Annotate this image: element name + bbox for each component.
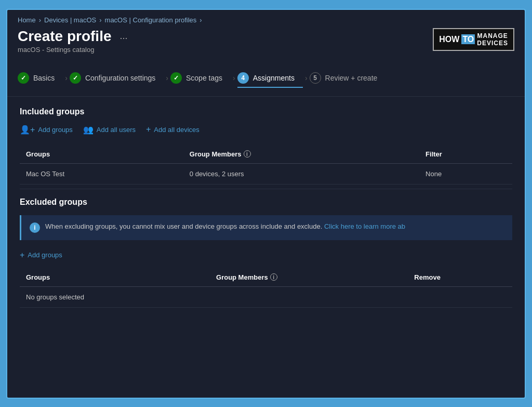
step-basics[interactable]: ✓ Basics — [18, 68, 63, 88]
wizard-steps: ✓ Basics › ✓ Configuration settings › ✓ … — [7, 60, 525, 97]
add-all-devices-button[interactable]: + Add all devices — [146, 123, 200, 136]
excluded-groups-info-box: i When excluding groups, you cannot mix … — [20, 215, 512, 240]
step-config[interactable]: ✓ Configuration settings — [70, 68, 164, 88]
table-row[interactable]: Mac OS Test 0 devices, 2 users None — [20, 163, 512, 184]
row-filter: None — [419, 163, 512, 184]
breadcrumb: Home › Devices | macOS › macOS | Configu… — [7, 10, 525, 26]
info-box-text: When excluding groups, you cannot mix us… — [45, 222, 504, 230]
ex-row-group-name: No groups selected — [20, 286, 210, 307]
logo-manage: MANAGE — [477, 32, 508, 40]
step-config-label: Configuration settings — [85, 74, 155, 82]
step-basics-icon: ✓ — [18, 72, 29, 84]
breadcrumb-devices[interactable]: Devices | macOS — [44, 16, 96, 24]
step-basics-label: Basics — [33, 74, 55, 82]
excluded-groups-title: Excluded groups — [20, 198, 512, 207]
row-members: 0 devices, 2 users — [183, 163, 419, 184]
step-assignments-icon: 4 — [237, 72, 249, 84]
brand-logo: HOW TO MANAGE DEVICES — [433, 28, 514, 51]
excluded-groups-table: Groups Group Members i Remove No grou — [20, 268, 512, 308]
th-groups-label: Groups — [26, 150, 50, 158]
breadcrumb-profiles[interactable]: macOS | Configuration profiles — [105, 16, 197, 24]
info-message: When excluding groups, you cannot mix us… — [45, 222, 322, 230]
ex-th-remove: Remove — [408, 268, 512, 287]
more-options-button[interactable]: ... — [117, 30, 131, 43]
header-title-row: Create profile ... — [18, 28, 131, 45]
page-subtitle: macOS - Settings catalog — [18, 46, 131, 54]
section-divider — [20, 189, 512, 189]
step-review-icon: 5 — [310, 72, 321, 84]
step-review[interactable]: 5 Review + create — [310, 68, 386, 88]
excluded-table-row: No groups selected — [20, 286, 512, 307]
included-groups-actions: 👤+ Add groups 👥 Add all users + Add all … — [20, 123, 512, 137]
logo-devices: DEVICES — [477, 40, 508, 47]
logo-how: HOW — [439, 34, 459, 44]
ex-members-info-icon[interactable]: i — [270, 273, 277, 281]
step-review-label: Review + create — [325, 74, 378, 82]
page-title: Create profile — [18, 28, 112, 45]
main-window: Home › Devices | macOS › macOS | Configu… — [6, 9, 526, 399]
breadcrumb-home[interactable]: Home — [18, 16, 36, 24]
add-all-devices-icon: + — [146, 125, 151, 134]
included-table-header: Groups Group Members i Filter — [20, 145, 512, 164]
step-config-icon: ✓ — [70, 72, 81, 84]
step-assignments-label: Assignments — [253, 74, 295, 82]
step-scope-icon: ✓ — [170, 72, 182, 84]
th-filter-label: Filter — [425, 150, 442, 158]
add-all-users-button[interactable]: 👥 Add all users — [83, 123, 136, 137]
th-members: Group Members i — [183, 145, 419, 164]
excluded-table-header: Groups Group Members i Remove — [20, 268, 512, 287]
th-members-label: Group Members — [190, 150, 242, 158]
ex-th-remove-label: Remove — [414, 273, 441, 281]
ex-th-members-label: Group Members — [216, 273, 268, 281]
excluded-add-bar: + Add groups — [20, 248, 512, 262]
step-scope-label: Scope tags — [186, 74, 222, 82]
add-groups-icon: 👤+ — [20, 125, 35, 135]
add-groups-label: Add groups — [38, 126, 73, 134]
included-groups-title: Included groups — [20, 107, 512, 116]
members-info-icon[interactable]: i — [244, 150, 251, 157]
step-scope[interactable]: ✓ Scope tags — [170, 68, 231, 88]
step-assignments[interactable]: 4 Assignments — [237, 68, 303, 88]
add-groups-button[interactable]: 👤+ Add groups — [20, 123, 73, 137]
add-all-users-label: Add all users — [97, 126, 136, 134]
included-groups-table: Groups Group Members i Filter Mac OS — [20, 145, 512, 185]
add-excluded-label: Add groups — [28, 251, 62, 259]
header-left: Create profile ... macOS - Settings cata… — [18, 28, 131, 54]
th-groups: Groups — [20, 145, 183, 164]
row-group-name: Mac OS Test — [20, 163, 183, 184]
ex-th-members: Group Members i — [210, 268, 408, 287]
page-header: Create profile ... macOS - Settings cata… — [7, 26, 525, 60]
logo-to: TO — [461, 34, 475, 44]
ex-row-remove — [408, 286, 512, 307]
ex-th-groups: Groups — [20, 268, 210, 287]
add-all-devices-label: Add all devices — [154, 126, 199, 134]
add-all-users-icon: 👥 — [83, 125, 94, 135]
ex-th-groups-label: Groups — [26, 273, 50, 281]
page-content: Included groups 👤+ Add groups 👥 Add all … — [7, 97, 525, 322]
info-box-icon: i — [30, 222, 40, 233]
add-excluded-icon: + — [20, 251, 24, 260]
th-filter: Filter — [419, 145, 512, 164]
add-excluded-groups-button[interactable]: + Add groups — [20, 248, 62, 262]
info-learn-more-link[interactable]: Click here to learn more ab — [324, 222, 405, 230]
ex-row-members — [210, 286, 408, 307]
